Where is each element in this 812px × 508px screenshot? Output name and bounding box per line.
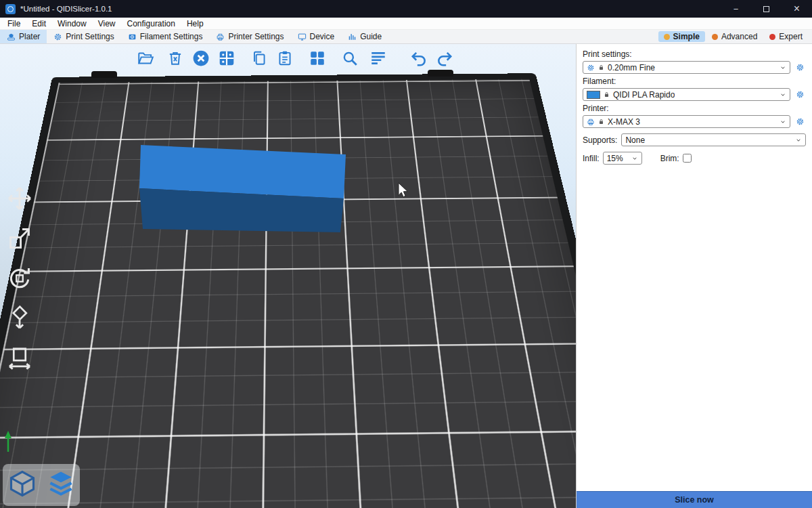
tab-plater[interactable]: Plater	[0, 30, 47, 43]
split-to-parts-button[interactable]	[307, 48, 328, 68]
copy-icon	[250, 49, 268, 67]
supports-label: Supports:	[583, 135, 617, 145]
filament-spool-icon	[128, 33, 137, 41]
arrange-grid-icon	[218, 49, 235, 67]
layers-stack-icon	[46, 469, 76, 499]
cut-tool-button[interactable]	[4, 343, 35, 374]
infill-label: Infill:	[583, 154, 600, 163]
filament-combo[interactable]: QIDI PLA Rapido	[583, 88, 790, 101]
gear-icon	[796, 117, 805, 126]
x-circle-icon	[192, 49, 210, 67]
paste-icon	[276, 49, 294, 67]
flatten-diamond-icon	[7, 305, 32, 331]
printer-combo[interactable]: X-MAX 3	[583, 115, 790, 128]
qidislicer-window: *Untitled - QIDISlicer-1.0.1 − × File Ed…	[0, 0, 812, 508]
menubar: File Edit Window View Configuration Help	[0, 18, 812, 30]
tab-print-settings[interactable]: Print Settings	[47, 30, 120, 43]
cube-icon	[7, 469, 37, 499]
printer-icon	[216, 33, 225, 41]
gizmo-toolbar	[4, 183, 35, 374]
cut-measure-icon	[7, 345, 32, 371]
window-title: *Untitled - QIDISlicer-1.0.1	[20, 5, 721, 13]
menu-edit[interactable]: Edit	[30, 19, 47, 28]
trash-icon	[166, 49, 184, 67]
arrange-button[interactable]	[217, 48, 237, 68]
minimize-button[interactable]: −	[721, 0, 751, 18]
scale-tool-button[interactable]	[4, 223, 35, 254]
gear-icon	[796, 63, 805, 72]
lock-icon	[597, 118, 605, 125]
layer-lines-icon	[369, 49, 387, 67]
rotate-tool-button[interactable]	[4, 263, 35, 294]
3d-editor-view-button[interactable]	[7, 469, 37, 501]
scale-icon	[7, 226, 32, 251]
open-project-button[interactable]	[135, 48, 156, 68]
print-settings-gear-button[interactable]	[794, 62, 806, 74]
delete-button[interactable]	[165, 48, 185, 68]
menu-window[interactable]: Window	[56, 19, 88, 28]
maximize-icon	[763, 6, 769, 12]
gear-icon	[587, 64, 595, 72]
redo-button[interactable]	[434, 48, 455, 68]
paste-button[interactable]	[275, 48, 295, 68]
tab-device[interactable]: Device	[291, 30, 342, 43]
plater-icon	[7, 33, 16, 41]
undo-button[interactable]	[409, 48, 429, 68]
preview-view-button[interactable]	[46, 469, 76, 501]
lock-icon	[603, 91, 610, 98]
chevron-down-icon	[780, 91, 786, 98]
chevron-down-icon	[631, 155, 638, 162]
menu-view[interactable]: View	[97, 19, 117, 28]
printer-icon	[587, 118, 595, 126]
maximize-button[interactable]	[751, 0, 782, 18]
infill-combo[interactable]: 15%	[603, 152, 642, 165]
mode-simple[interactable]: Simple	[658, 31, 705, 42]
print-bed[interactable]	[0, 73, 576, 508]
move-tool-button[interactable]	[4, 183, 35, 214]
printer-label: Printer:	[583, 104, 806, 113]
undo-arrow-icon	[410, 49, 428, 67]
mode-switcher: Simple Advanced Expert	[658, 30, 812, 43]
menu-file[interactable]: File	[6, 19, 22, 28]
3d-viewport[interactable]	[0, 44, 576, 508]
chevron-down-icon	[780, 119, 786, 125]
tabbar: Plater Print Settings Filament Settings …	[0, 30, 812, 44]
copy-button[interactable]	[249, 48, 269, 68]
move-arrows-icon	[7, 186, 32, 211]
gear-icon	[53, 33, 62, 41]
brim-label: Brim:	[660, 154, 679, 163]
supports-combo[interactable]: None	[621, 133, 806, 146]
plater-toolbar	[135, 48, 455, 68]
chevron-down-icon	[780, 64, 786, 71]
slice-now-button[interactable]: Slice now	[577, 491, 812, 508]
simple-mode-dot-icon	[664, 34, 670, 40]
place-on-face-tool-button[interactable]	[4, 303, 35, 334]
mode-advanced[interactable]: Advanced	[706, 31, 763, 42]
brim-checkbox[interactable]	[683, 154, 692, 163]
mode-expert[interactable]: Expert	[764, 31, 808, 42]
rotate-icon	[7, 266, 32, 291]
chevron-down-icon	[795, 137, 802, 144]
print-settings-combo[interactable]: 0.20mm Fine	[583, 61, 790, 74]
search-button[interactable]	[340, 48, 360, 68]
delete-all-button[interactable]	[191, 48, 211, 68]
guide-bars-icon	[348, 33, 357, 41]
menu-configuration[interactable]: Configuration	[126, 19, 177, 28]
tab-printer-settings[interactable]: Printer Settings	[209, 30, 290, 43]
filament-gear-button[interactable]	[794, 89, 806, 101]
sidebar: Print settings: 0.20mm Fine Filament:	[576, 44, 812, 508]
folder-open-icon	[137, 49, 154, 67]
close-button[interactable]: ×	[782, 0, 812, 18]
print-settings-label: Print settings:	[583, 49, 806, 59]
split-panes-icon	[309, 49, 326, 67]
search-icon	[341, 49, 359, 67]
bed-clip	[428, 70, 453, 77]
app-logo-icon	[5, 4, 16, 14]
menu-help[interactable]: Help	[185, 19, 205, 28]
advanced-mode-dot-icon	[712, 34, 718, 40]
variable-layer-height-button[interactable]	[368, 48, 388, 68]
tab-guide[interactable]: Guide	[341, 30, 388, 43]
bed-clip	[91, 71, 117, 78]
tab-filament-settings[interactable]: Filament Settings	[121, 30, 210, 43]
printer-gear-button[interactable]	[794, 116, 806, 128]
